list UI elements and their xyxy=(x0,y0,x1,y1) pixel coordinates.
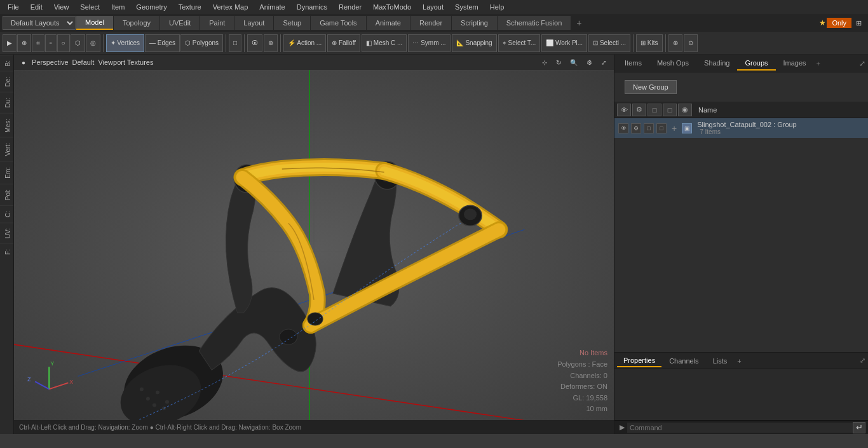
group-check1[interactable]: □ xyxy=(644,123,654,133)
sidebar-tab-de[interactable]: De: xyxy=(0,71,13,92)
prop-expand-icon[interactable]: ⤢ xyxy=(860,356,865,365)
tab-layout[interactable]: Layout xyxy=(234,16,273,30)
viewport-area[interactable]: ● Perspective Default Viewport Textures … xyxy=(14,55,614,434)
tool-action[interactable]: ⚡ Action ... xyxy=(283,34,326,52)
tool-kits[interactable]: ⊞ Kits xyxy=(636,34,662,52)
menu-dynamics[interactable]: Dynamics xyxy=(292,2,332,12)
menu-texture[interactable]: Texture xyxy=(173,2,207,12)
viewport-default[interactable]: Default xyxy=(72,58,95,66)
sidebar-tab-c[interactable]: C: xyxy=(0,205,13,222)
viewport-icon-move[interactable]: ⊹ xyxy=(539,58,550,67)
tool-falloff[interactable]: ⊕ Falloff xyxy=(327,34,360,52)
group-settings-icon[interactable]: ⚙ xyxy=(631,123,641,133)
tool-selecti[interactable]: ⊡ Selecti ... xyxy=(588,34,630,52)
panel-tab-items[interactable]: Items xyxy=(617,57,649,71)
prop-tab-lists[interactable]: Lists xyxy=(707,355,734,367)
tab-paint[interactable]: Paint xyxy=(200,16,234,30)
tab-game-tools[interactable]: Game Tools xyxy=(311,16,366,30)
tool-edges[interactable]: ― Edges xyxy=(145,34,180,52)
group-row-0[interactable]: 👁 ⚙ □ □ + ▣ Slingshot_Catapult_002 : Gro… xyxy=(614,118,868,138)
tab-schematic-fusion[interactable]: Schematic Fusion xyxy=(498,16,571,30)
panel-expand-icon[interactable]: ⤢ xyxy=(859,59,865,68)
tool-work-pl[interactable]: ⬜ Work Pl... xyxy=(541,34,587,52)
maximize-icon[interactable]: ⊞ xyxy=(852,19,865,27)
prop-tab-channels[interactable]: Channels xyxy=(663,355,705,367)
only-button[interactable]: Only xyxy=(827,18,851,28)
sidebar-tab-uv[interactable]: UV: xyxy=(0,222,13,243)
tab-scripting[interactable]: Scripting xyxy=(452,16,497,30)
cmd-enter-btn[interactable]: ↵ xyxy=(853,422,865,433)
tool-target[interactable]: ◎ xyxy=(86,34,100,52)
tool-hex[interactable]: ⬡ xyxy=(71,34,85,52)
menu-item[interactable]: Item xyxy=(106,2,130,12)
prop-tab-add[interactable]: + xyxy=(735,357,743,365)
tab-model[interactable]: Model xyxy=(76,16,113,30)
groups-check2-btn[interactable]: □ xyxy=(663,104,677,116)
viewport-icon-zoom[interactable]: 🔍 xyxy=(567,58,580,67)
viewport-perspective[interactable]: Perspective xyxy=(32,58,68,66)
group-add-btn[interactable]: + xyxy=(669,123,679,133)
tab-animate[interactable]: Animate xyxy=(367,16,410,30)
viewport-icon-rotate[interactable]: ↻ xyxy=(553,58,564,67)
menu-help[interactable]: Help xyxy=(485,2,510,12)
tool-add[interactable]: ⊕ xyxy=(17,34,31,52)
tool-box[interactable]: □ xyxy=(229,34,241,52)
tab-uvedit[interactable]: UVEdit xyxy=(160,16,200,30)
layout-add-tab[interactable]: + xyxy=(571,18,587,28)
tool-mesh-c[interactable]: ◧ Mesh C ... xyxy=(362,34,407,52)
panel-tab-images[interactable]: Images xyxy=(776,57,814,71)
command-input[interactable] xyxy=(627,423,853,433)
panel-tab-mesh-ops[interactable]: Mesh Ops xyxy=(649,57,696,71)
menu-file[interactable]: File xyxy=(3,2,24,12)
menu-view[interactable]: View xyxy=(49,2,74,12)
tab-setup[interactable]: Setup xyxy=(274,16,310,30)
viewport-icon-expand[interactable]: ⤢ xyxy=(599,58,609,67)
tool-center[interactable]: ⊕ xyxy=(264,34,278,52)
tool-snapping[interactable]: 📐 Snapping xyxy=(452,34,497,52)
viewport-textures[interactable]: Viewport Textures xyxy=(98,58,153,66)
sidebar-tab-f[interactable]: F: xyxy=(0,243,13,260)
menu-edit[interactable]: Edit xyxy=(25,2,48,12)
sidebar-tab-em[interactable]: Em: xyxy=(0,161,13,184)
menu-layout[interactable]: Layout xyxy=(417,2,449,12)
tool-select[interactable]: ▶ xyxy=(3,34,17,52)
viewport-icon-settings[interactable]: ⚙ xyxy=(584,58,595,67)
menu-vertex-map[interactable]: Vertex Map xyxy=(208,2,254,12)
viewport-dot[interactable]: ● xyxy=(19,58,28,67)
groups-radio-btn[interactable]: ◉ xyxy=(678,104,692,116)
sidebar-tab-b[interactable]: B: xyxy=(0,55,13,71)
tool-view-3[interactable]: ⊙ xyxy=(684,34,698,52)
sidebar-tab-du[interactable]: Du: xyxy=(0,92,13,113)
layout-dropdown[interactable]: Default Layouts xyxy=(3,16,76,30)
menu-select[interactable]: Select xyxy=(75,2,105,12)
prop-tab-properties[interactable]: Properties xyxy=(617,355,661,367)
groups-eye-btn[interactable]: 👁 xyxy=(617,104,631,116)
menu-geometry[interactable]: Geometry xyxy=(131,2,172,12)
tab-render[interactable]: Render xyxy=(410,16,451,30)
sidebar-tab-pol[interactable]: Pol: xyxy=(0,184,13,205)
group-check2[interactable]: □ xyxy=(656,123,667,133)
panel-tab-groups[interactable]: Groups xyxy=(737,57,775,71)
tool-add-2[interactable]: ⊕ xyxy=(668,34,682,52)
groups-settings-btn[interactable]: ⚙ xyxy=(632,104,646,116)
viewport-canvas[interactable]: X Y Z No Items Polygons : Face Channels:… xyxy=(14,70,614,434)
tool-symm[interactable]: ⋯ Symm ... xyxy=(408,34,450,52)
panel-tab-shading[interactable]: Shading xyxy=(696,57,737,71)
tool-polygons[interactable]: ⬡ Polygons xyxy=(180,34,223,52)
panel-tab-add[interactable]: + xyxy=(817,60,820,67)
tab-topology[interactable]: Topology xyxy=(114,16,159,30)
tool-vertices[interactable]: ✦ Vertices xyxy=(106,34,144,52)
sidebar-tab-vert[interactable]: Vert: xyxy=(0,137,13,161)
tool-grid[interactable]: ⌗ xyxy=(32,34,44,52)
menu-render[interactable]: Render xyxy=(334,2,367,12)
menu-animate[interactable]: Animate xyxy=(254,2,290,12)
groups-check1-btn[interactable]: □ xyxy=(648,104,661,116)
tool-square[interactable]: ▫ xyxy=(45,34,57,52)
sidebar-tab-mes[interactable]: Mes: xyxy=(0,113,13,138)
tool-select-t[interactable]: ⌖ Select T... xyxy=(498,34,541,52)
tool-viewport-nav[interactable]: ⦿ xyxy=(247,34,262,52)
menu-system[interactable]: System xyxy=(450,2,484,12)
menu-maxtomodo[interactable]: MaxToModo xyxy=(368,2,416,12)
tool-circle[interactable]: ○ xyxy=(57,34,70,52)
new-group-button[interactable]: New Group xyxy=(625,80,677,94)
